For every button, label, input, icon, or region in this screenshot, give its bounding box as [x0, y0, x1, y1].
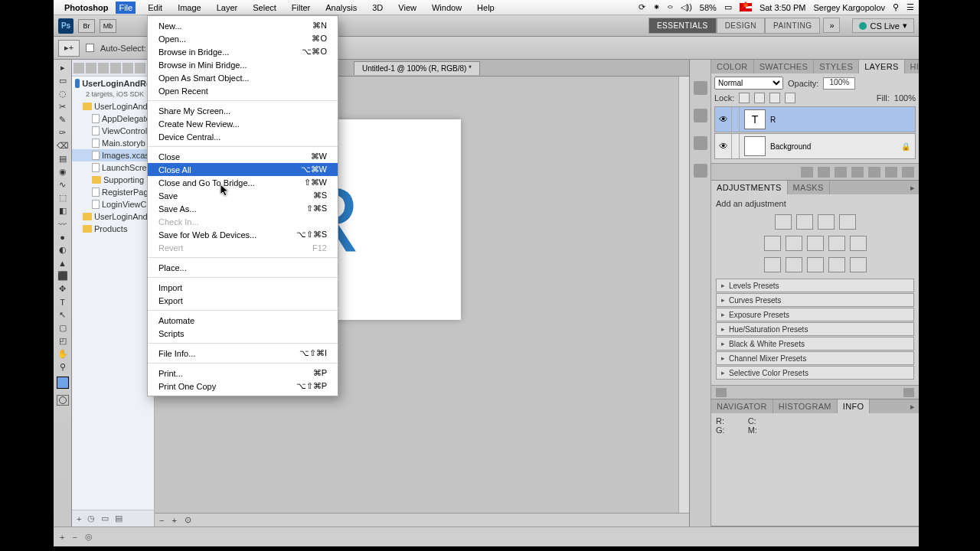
panel-tab[interactable]: INFO	[838, 399, 870, 413]
tree-item[interactable]: Supporting F	[72, 174, 154, 186]
menu-help[interactable]: Help	[474, 2, 498, 14]
workspace-design[interactable]: DESIGN	[717, 18, 765, 34]
menu-item[interactable]: Browse in Mini Bridge...	[148, 58, 338, 71]
preset-item[interactable]: Black & White Presets	[716, 337, 914, 350]
layer-mask-icon[interactable]	[835, 167, 847, 178]
adjustment-icon[interactable]	[850, 257, 867, 272]
tool-button[interactable]: ◐	[55, 243, 70, 256]
tool-button[interactable]: ◉	[55, 165, 70, 178]
adjustment-icon[interactable]	[807, 257, 824, 272]
adj-footer-icon[interactable]	[716, 388, 727, 397]
auto-select-checkbox[interactable]	[86, 44, 94, 52]
preset-item[interactable]: Channel Mixer Presets	[716, 351, 914, 365]
target-icon[interactable]: ◎	[85, 532, 93, 542]
panel-menu-icon[interactable]: ▸	[906, 181, 919, 194]
tree-item[interactable]: UserLoginAndF	[72, 210, 154, 223]
vertical-scrollbar[interactable]	[678, 77, 689, 513]
remove-button[interactable]: −	[72, 533, 77, 542]
tool-button[interactable]: ⚲	[55, 360, 70, 373]
panel-menu-icon[interactable]: ▸	[906, 399, 919, 413]
tree-item[interactable]: Main.storyb	[72, 137, 154, 149]
lock-transparency-icon[interactable]	[739, 93, 750, 103]
tool-button[interactable]: ▭	[55, 74, 70, 87]
menu-item[interactable]: Save As...⇧⌘S	[148, 202, 338, 215]
menu-item[interactable]: New...⌘N	[148, 19, 338, 32]
adj-footer-icon[interactable]	[903, 388, 914, 397]
layer-row[interactable]: 👁TR	[714, 106, 916, 132]
preset-item[interactable]: Curves Presets	[716, 293, 914, 307]
tool-button[interactable]: ▤	[55, 152, 70, 165]
panel-tab[interactable]: HISTORY	[905, 60, 919, 73]
menu-item[interactable]: Open As Smart Object...	[148, 71, 338, 84]
tool-button[interactable]: ✥	[55, 282, 70, 295]
menu-item[interactable]: Print...⌘P	[148, 367, 338, 380]
tool-button[interactable]: ◰	[55, 334, 70, 347]
tool-button[interactable]: ●	[55, 230, 70, 243]
nav-icon[interactable]	[98, 63, 109, 73]
volume-icon[interactable]: ◁))	[681, 2, 692, 12]
menu-item[interactable]: Save⌘S	[148, 189, 338, 202]
document-tab[interactable]: Untitled-1 @ 100% (R, RGB/8) *	[354, 61, 480, 75]
opacity-field[interactable]: 100%	[823, 77, 855, 90]
menu-filter[interactable]: Filter	[289, 2, 313, 14]
tree-item[interactable]: Images.xcas	[72, 149, 154, 161]
tree-item[interactable]: ViewControl	[72, 125, 154, 137]
bridge-button[interactable]: Br	[78, 19, 95, 33]
menu-layer[interactable]: Layer	[214, 2, 241, 14]
tool-button[interactable]: ✂	[55, 100, 70, 113]
menu-item[interactable]: Share My Screen...	[148, 104, 338, 117]
menu-edit[interactable]: Edit	[145, 2, 165, 14]
menu-item[interactable]: Device Central...	[148, 130, 338, 143]
move-tool-icon[interactable]: ▸+	[58, 40, 80, 57]
blend-mode-select[interactable]: Normal	[714, 77, 783, 90]
nav-icon[interactable]	[122, 63, 133, 73]
menu-file[interactable]: File	[116, 2, 136, 14]
add-button[interactable]: +	[60, 533, 64, 542]
menu-item[interactable]: Save for Web & Devices...⌥⇧⌘S	[148, 228, 338, 241]
menu-item[interactable]: Place...	[148, 261, 338, 274]
group-icon[interactable]	[868, 167, 880, 178]
menu-item[interactable]: Export	[148, 294, 338, 307]
quick-mask-icon[interactable]	[57, 395, 69, 406]
adjustment-icon[interactable]	[839, 214, 856, 230]
tree-item[interactable]: LaunchScree	[72, 161, 154, 174]
adjustment-icon[interactable]	[764, 236, 781, 251]
delete-layer-icon[interactable]	[902, 167, 914, 178]
menu-extras-icon[interactable]: ☰	[906, 2, 914, 12]
adjustment-icon[interactable]	[818, 214, 835, 230]
adjustment-icon[interactable]	[807, 236, 824, 251]
clock[interactable]: Sat 3:50 PM	[760, 3, 806, 12]
tool-button[interactable]: ◧	[55, 204, 70, 217]
project-root[interactable]: UserLoginAndRe	[72, 77, 154, 90]
panel-tab[interactable]: HISTOGRAM	[773, 399, 838, 413]
panel-tab[interactable]: ADJUSTMENTS	[711, 181, 788, 194]
user-name[interactable]: Sergey Kargopolov	[813, 3, 885, 12]
layer-fx-icon[interactable]	[818, 167, 830, 178]
tool-button[interactable]: 〰	[55, 217, 70, 230]
panel-tab[interactable]: NAVIGATOR	[711, 399, 773, 413]
panel-icon[interactable]	[694, 136, 707, 150]
workspace-more-button[interactable]: »	[823, 18, 840, 33]
minibridge-button[interactable]: Mb	[100, 19, 116, 33]
panel-tab[interactable]: COLOR	[711, 60, 754, 73]
nav-icon[interactable]	[86, 63, 96, 73]
tree-item[interactable]: RegisterPag	[72, 186, 154, 198]
sync-icon[interactable]: ⟳	[639, 2, 645, 12]
tool-button[interactable]: ⬛	[55, 269, 70, 282]
tool-button[interactable]: ✎	[55, 113, 70, 126]
panel-tab[interactable]: STYLES	[814, 60, 859, 73]
nav-icon[interactable]	[135, 63, 145, 73]
tool-button[interactable]: T	[55, 295, 70, 308]
tool-button[interactable]: ▲	[55, 256, 70, 269]
panel-tab[interactable]: MASKS	[788, 181, 830, 194]
menu-3d[interactable]: 3D	[369, 2, 386, 14]
panel-icon[interactable]	[694, 164, 707, 178]
workspace-essentials[interactable]: ESSENTIALS	[648, 18, 717, 34]
adjustment-icon[interactable]	[775, 214, 792, 230]
layer-row[interactable]: 👁Background🔒	[714, 133, 916, 159]
add-button[interactable]: +	[77, 514, 81, 523]
zoom-out-button[interactable]: −	[159, 516, 164, 525]
cs-live-button[interactable]: CS Live ▾	[852, 18, 914, 33]
panel-tab[interactable]: SWATCHES	[754, 60, 815, 73]
menu-item[interactable]: Scripts	[148, 327, 338, 340]
